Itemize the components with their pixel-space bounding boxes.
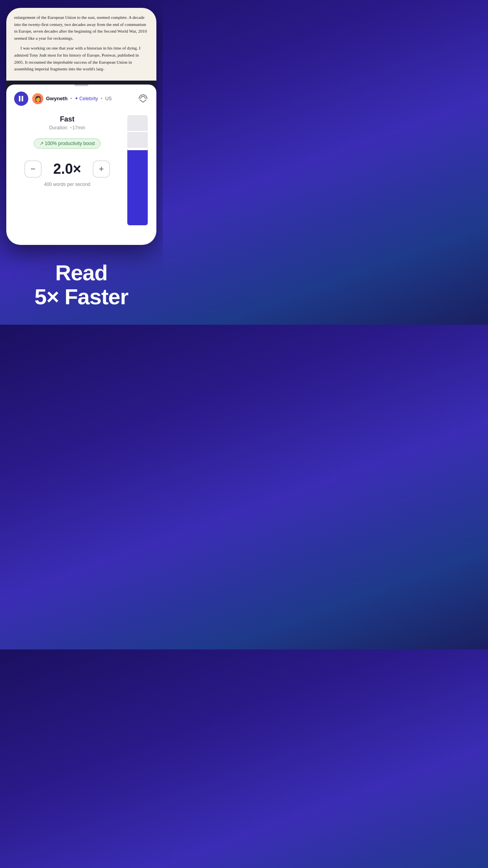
- speed-section: Fast Duration: ~17min ↗ 100% productivit…: [14, 111, 149, 233]
- bottom-tagline: Read 5× Faster: [0, 245, 163, 325]
- speed-title: Fast: [14, 115, 120, 123]
- voice-tag: ✦ Celebrity: [75, 96, 98, 101]
- speed-info: Fast Duration: ~17min ↗ 100% productivit…: [14, 115, 120, 187]
- book-text-area: enlargement of the European Union to the…: [6, 8, 156, 81]
- slider-thumb: [127, 149, 148, 150]
- bottom-panel: 👩 Gwyneth • ✦ Celebrity • US: [6, 85, 156, 245]
- speed-controls: − 2.0× +: [14, 160, 120, 178]
- slider-top-segment: [127, 115, 148, 131]
- book-paragraph-2: I was working on one that year with a hi…: [14, 45, 149, 72]
- voice-name: Gwyneth: [46, 96, 68, 101]
- dot-separator-2: •: [101, 96, 102, 101]
- voice-bar: 👩 Gwyneth • ✦ Celebrity • US: [14, 86, 149, 111]
- pause-icon: [19, 96, 24, 101]
- phone-frame: enlargement of the European Union to the…: [6, 8, 156, 245]
- dot-separator-1: •: [70, 96, 72, 101]
- productivity-badge: ↗ 100% productivity boost: [34, 138, 101, 149]
- productivity-text: ↗ 100% productivity boost: [40, 141, 95, 146]
- slider-mid-segment: [127, 132, 148, 148]
- speed-slider[interactable]: [127, 115, 149, 225]
- increase-speed-button[interactable]: +: [93, 160, 110, 178]
- tagline-line1: Read 5× Faster: [8, 261, 155, 309]
- voice-info[interactable]: 👩 Gwyneth • ✦ Celebrity • US: [32, 93, 134, 104]
- voice-region: US: [105, 96, 112, 101]
- speed-duration: Duration: ~17min: [14, 125, 120, 131]
- sparkle-icon: ✦: [75, 96, 78, 101]
- airplay-button[interactable]: [138, 93, 149, 104]
- slider-track: [127, 115, 148, 225]
- pause-button[interactable]: [14, 92, 28, 106]
- speed-value: 2.0×: [50, 161, 85, 177]
- phone-container: enlargement of the European Union to the…: [0, 0, 163, 245]
- decrease-speed-button[interactable]: −: [24, 160, 42, 178]
- avatar: 👩: [32, 93, 43, 104]
- book-paragraph-1: enlargement of the European Union to the…: [14, 14, 149, 42]
- slider-active-segment: [127, 149, 148, 225]
- words-per-second: 400 words per second: [14, 182, 120, 187]
